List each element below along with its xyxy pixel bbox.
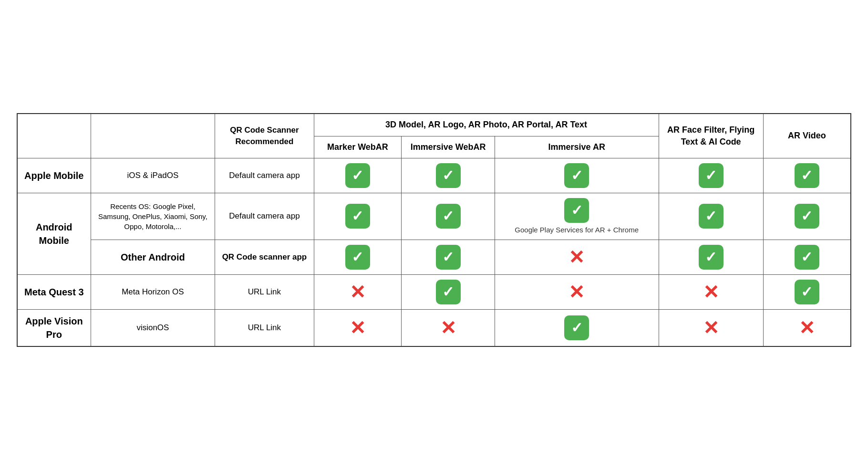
header-marker: Marker WebAR <box>314 136 402 158</box>
video-android-other: ✓ <box>763 240 851 274</box>
cross-icon: ✕ <box>795 315 819 340</box>
marker-meta: ✕ <box>314 274 402 309</box>
header-video: AR Video <box>763 114 851 158</box>
imm-webar-vision: ✕ <box>402 309 495 346</box>
cross-icon: ✕ <box>345 280 370 304</box>
imm-ar-android-other: ✕ <box>495 240 659 274</box>
os-android-other: Other Android <box>91 240 215 274</box>
imm-webar-meta: ✓ <box>402 274 495 309</box>
check-icon: ✓ <box>795 280 819 304</box>
cross-icon: ✕ <box>564 245 589 270</box>
os-apple: iOS & iPadOS <box>91 158 215 193</box>
check-icon: ✓ <box>436 163 461 188</box>
check-icon: ✓ <box>699 204 723 229</box>
video-meta: ✓ <box>763 274 851 309</box>
imm-webar-android-other: ✓ <box>402 240 495 274</box>
imm-ar-apple: ✓ <box>495 158 659 193</box>
header-immersive-ar: Immersive AR <box>495 136 659 158</box>
qr-apple: Default camera app <box>215 158 314 193</box>
header-os <box>91 114 215 158</box>
cross-icon: ✕ <box>564 280 589 304</box>
cross-icon: ✕ <box>699 280 723 304</box>
check-icon: ✓ <box>345 204 370 229</box>
video-vision: ✕ <box>763 309 851 346</box>
header-row-1: QR Code Scanner Recommended 3D Model, AR… <box>17 114 851 136</box>
header-qr: QR Code Scanner Recommended <box>215 114 314 158</box>
cross-icon: ✕ <box>699 315 723 340</box>
marker-android-other: ✓ <box>314 240 402 274</box>
imm-webar-apple: ✓ <box>402 158 495 193</box>
check-icon: ✓ <box>345 163 370 188</box>
row-meta-quest: Meta Quest 3 Meta Horizon OS URL Link ✕ … <box>17 274 851 309</box>
os-vision: visionOS <box>91 309 215 346</box>
marker-apple: ✓ <box>314 158 402 193</box>
marker-vision: ✕ <box>314 309 402 346</box>
device-vision: Apple Vision Pro <box>17 309 91 346</box>
cross-icon: ✕ <box>436 315 461 340</box>
header-face: AR Face Filter, Flying Text & AI Code <box>659 114 763 158</box>
imm-webar-android: ✓ <box>402 193 495 240</box>
check-icon: ✓ <box>795 204 819 229</box>
check-icon: ✓ <box>564 315 589 340</box>
row-apple-mobile: Apple Mobile iOS & iPadOS Default camera… <box>17 158 851 193</box>
face-apple: ✓ <box>659 158 763 193</box>
check-icon: ✓ <box>345 245 370 270</box>
device-android: Android Mobile <box>17 193 91 274</box>
cross-icon: ✕ <box>345 315 370 340</box>
marker-android: ✓ <box>314 193 402 240</box>
check-icon: ✓ <box>795 163 819 188</box>
check-icon: ✓ <box>564 163 589 188</box>
video-apple: ✓ <box>763 158 851 193</box>
face-android: ✓ <box>659 193 763 240</box>
header-device <box>17 114 91 158</box>
check-icon: ✓ <box>699 245 723 270</box>
check-icon: ✓ <box>436 280 461 304</box>
header-group-3d: 3D Model, AR Logo, AR Photo, AR Portal, … <box>314 114 659 136</box>
check-icon: ✓ <box>436 245 461 270</box>
face-android-other: ✓ <box>659 240 763 274</box>
row-apple-vision: Apple Vision Pro visionOS URL Link ✕ ✕ ✓… <box>17 309 851 346</box>
device-meta: Meta Quest 3 <box>17 274 91 309</box>
os-android: Recents OS: Google Pixel, Samsung, OnePl… <box>91 193 215 240</box>
row-android-other: Other Android QR Code scanner app ✓ ✓ ✕ … <box>17 240 851 274</box>
header-immersive-webar: Immersive WebAR <box>402 136 495 158</box>
qr-android: Default camera app <box>215 193 314 240</box>
face-vision: ✕ <box>659 309 763 346</box>
imm-ar-android: ✓ Google Play Services for AR + Chrome <box>495 193 659 240</box>
compatibility-table-wrapper: QR Code Scanner Recommended 3D Model, AR… <box>17 113 851 346</box>
check-icon: ✓ <box>795 245 819 270</box>
qr-meta: URL Link <box>215 274 314 309</box>
video-android: ✓ <box>763 193 851 240</box>
compatibility-table: QR Code Scanner Recommended 3D Model, AR… <box>17 113 851 346</box>
device-apple: Apple Mobile <box>17 158 91 193</box>
os-meta: Meta Horizon OS <box>91 274 215 309</box>
check-icon: ✓ <box>564 198 589 223</box>
qr-android-other: QR Code scanner app <box>215 240 314 274</box>
check-icon: ✓ <box>436 204 461 229</box>
check-icon: ✓ <box>699 163 723 188</box>
row-android-mobile: Android Mobile Recents OS: Google Pixel,… <box>17 193 851 240</box>
qr-vision: URL Link <box>215 309 314 346</box>
imm-ar-vision: ✓ <box>495 309 659 346</box>
face-meta: ✕ <box>659 274 763 309</box>
imm-ar-meta: ✕ <box>495 274 659 309</box>
imm-ar-android-note: Google Play Services for AR + Chrome <box>499 225 655 235</box>
